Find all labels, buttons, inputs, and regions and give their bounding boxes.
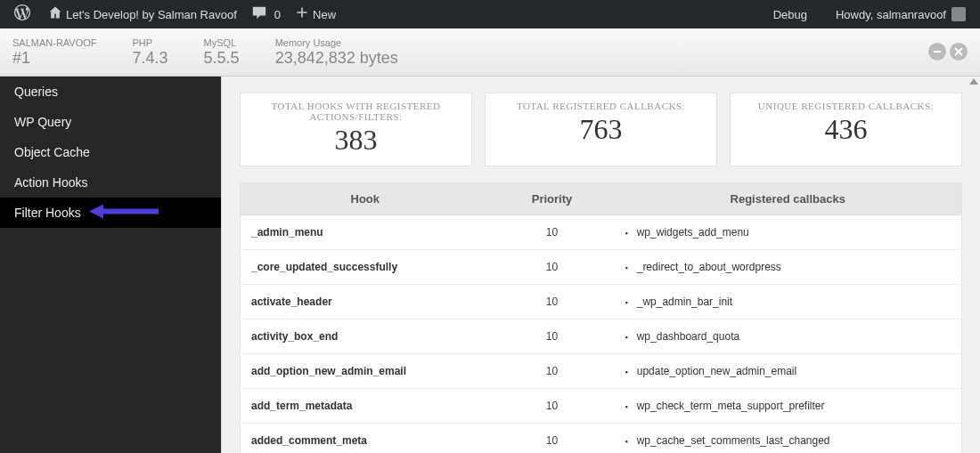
sidebar-item-label: Queries	[14, 85, 58, 99]
callbacks-cell: wp_check_term_meta_support_prefilter	[615, 389, 962, 424]
hook-name-cell: activate_header	[241, 285, 490, 320]
minimize-button[interactable]	[928, 43, 946, 61]
howdy-text: Howdy, salmanravoof	[836, 8, 946, 21]
close-button[interactable]	[950, 43, 968, 61]
stat-site: SALMAN-RAVOOF #1	[12, 37, 97, 68]
hook-name-cell: added_comment_meta	[241, 424, 490, 454]
summary-value: 436	[736, 113, 956, 146]
table-row[interactable]: added_comment_meta10wp_cache_set_comment…	[241, 424, 962, 454]
summary-value: 763	[491, 113, 711, 146]
table-row[interactable]: activity_box_end10wp_dashboard_quota	[241, 320, 962, 354]
sidebar-item-label: Object Cache	[14, 145, 90, 159]
home-icon	[48, 5, 62, 24]
callback-item: _wp_admin_bar_init	[625, 295, 733, 308]
wordpress-icon	[14, 4, 30, 25]
callback-item: wp_check_term_meta_support_prefilter	[625, 400, 825, 412]
callbacks-cell: wp_cache_set_comments_last_changed	[615, 424, 962, 454]
debug-sidebar: Queries WP Query Object Cache Action Hoo…	[0, 77, 221, 453]
summary-title: TOTAL REGISTERED CALLBACKS:	[491, 101, 711, 111]
table-row[interactable]: add_term_metadata10wp_check_term_meta_su…	[241, 389, 962, 424]
priority-cell: 10	[490, 424, 615, 454]
sidebar-item-label: Filter Hooks	[14, 206, 81, 220]
site-title: Let's Develop! by Salman Ravoof	[66, 8, 237, 21]
callback-item: wp_cache_set_comments_last_changed	[625, 434, 830, 447]
table-row[interactable]: _admin_menu10wp_widgets_add_menu	[241, 215, 962, 250]
wp-logo-menu[interactable]	[7, 0, 41, 28]
stat-label: Memory Usage	[275, 37, 398, 48]
callback-item: wp_widgets_add_menu	[625, 226, 749, 239]
th-hook[interactable]: Hook	[241, 183, 490, 215]
stat-value: 5.5.5	[204, 49, 240, 68]
stat-label: MySQL	[204, 37, 240, 48]
table-row[interactable]: _core_updated_successfully10_redirect_to…	[241, 250, 962, 285]
priority-cell: 10	[490, 250, 615, 285]
sidebar-item-wp-query[interactable]: WP Query	[0, 107, 221, 137]
debug-label: Debug	[773, 8, 807, 21]
callback-item: wp_dashboard_quota	[625, 330, 740, 343]
sidebar-item-label: WP Query	[14, 115, 71, 129]
callbacks-cell: wp_dashboard_quota	[615, 320, 962, 354]
callbacks-cell: update_option_new_admin_email	[615, 354, 962, 389]
avatar	[951, 7, 966, 21]
debug-menu[interactable]: Debug	[766, 0, 814, 28]
summary-value: 383	[246, 124, 466, 157]
debug-header: SALMAN-RAVOOF #1 PHP 7.4.3 MySQL 5.5.5 M…	[0, 28, 980, 77]
priority-cell: 10	[490, 320, 615, 354]
debug-content: TOTAL HOOKS WITH REGISTERED ACTIONS/FILT…	[221, 77, 980, 453]
hook-name-cell: add_term_metadata	[241, 389, 490, 424]
plus-icon	[295, 5, 309, 24]
hook-name-cell: _admin_menu	[241, 215, 490, 250]
site-name-menu[interactable]: Let's Develop! by Salman Ravoof	[41, 0, 244, 28]
priority-cell: 10	[490, 215, 615, 250]
callbacks-cell: _wp_admin_bar_init	[615, 285, 962, 320]
new-content-menu[interactable]: New	[288, 0, 343, 28]
summary-title: UNIQUE REGISTERED CALLBACKS:	[736, 101, 956, 111]
stat-mysql: MySQL 5.5.5	[204, 37, 240, 68]
priority-cell: 10	[490, 389, 615, 424]
callback-item: update_option_new_admin_email	[625, 365, 797, 377]
sidebar-item-filter-hooks[interactable]: Filter Hooks	[0, 198, 221, 228]
hooks-table: Hook Priority Registered callbacks _admi…	[240, 182, 962, 453]
sidebar-item-object-cache[interactable]: Object Cache	[0, 137, 221, 167]
summary-card-total-callbacks: TOTAL REGISTERED CALLBACKS: 763	[485, 93, 717, 166]
hook-name-cell: _core_updated_successfully	[241, 250, 490, 285]
summary-title: TOTAL HOOKS WITH REGISTERED ACTIONS/FILT…	[246, 101, 466, 122]
priority-cell: 10	[490, 354, 615, 389]
sidebar-item-action-hooks[interactable]: Action Hooks	[0, 167, 221, 198]
comments-menu[interactable]: 0	[244, 0, 288, 28]
sidebar-item-queries[interactable]: Queries	[0, 77, 221, 107]
table-header-row: Hook Priority Registered callbacks	[241, 183, 962, 215]
hook-name-cell: add_option_new_admin_email	[241, 354, 490, 389]
th-priority[interactable]: Priority	[490, 183, 615, 215]
wp-admin-bar: Let's Develop! by Salman Ravoof 0 New De…	[0, 0, 980, 28]
new-label: New	[313, 8, 336, 21]
th-callbacks[interactable]: Registered callbacks	[615, 183, 962, 215]
stat-value: 23,842,832 bytes	[275, 49, 398, 68]
hook-name-cell: activity_box_end	[241, 320, 490, 354]
table-row[interactable]: add_option_new_admin_email10update_optio…	[241, 354, 962, 389]
comments-count: 0	[274, 8, 281, 21]
stat-label: PHP	[133, 37, 168, 48]
priority-cell: 10	[490, 285, 615, 320]
callbacks-cell: wp_widgets_add_menu	[615, 215, 962, 250]
callbacks-cell: _redirect_to_about_wordpress	[615, 250, 962, 285]
stat-value: #1	[12, 49, 97, 68]
stat-label: SALMAN-RAVOOF	[12, 37, 97, 48]
stat-php: PHP 7.4.3	[133, 37, 168, 68]
table-row[interactable]: activate_header10_wp_admin_bar_init	[241, 285, 962, 320]
sidebar-item-label: Action Hooks	[14, 175, 87, 190]
svg-marker-2	[89, 205, 103, 219]
stat-value: 7.4.3	[133, 49, 168, 68]
my-account-menu[interactable]: Howdy, salmanravoof	[829, 0, 973, 28]
summary-card-total-hooks: TOTAL HOOKS WITH REGISTERED ACTIONS/FILT…	[240, 93, 472, 166]
summary-card-unique-callbacks: UNIQUE REGISTERED CALLBACKS: 436	[730, 93, 962, 166]
svg-rect-0	[934, 51, 941, 53]
callback-item: _redirect_to_about_wordpress	[625, 261, 781, 273]
comment-icon	[251, 4, 267, 25]
summary-row: TOTAL HOOKS WITH REGISTERED ACTIONS/FILT…	[240, 93, 962, 166]
arrow-annotation-icon	[89, 203, 160, 223]
stat-memory: Memory Usage 23,842,832 bytes	[275, 37, 398, 68]
